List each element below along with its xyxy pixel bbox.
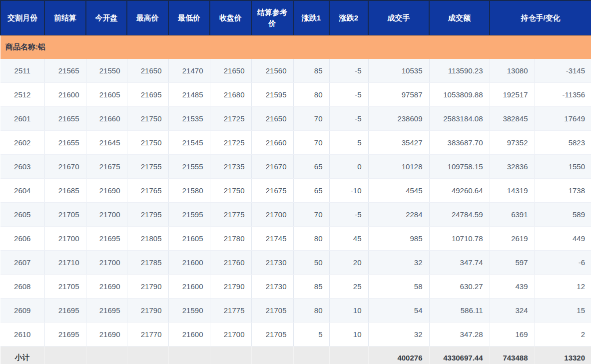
col-header-prev-settlement: 前结算 [44, 0, 86, 35]
cell-open-interest: 597 [490, 251, 535, 275]
cell-change1: 80 [293, 227, 329, 251]
cell-open-price: 21675 [86, 155, 127, 179]
cell-low-price: 21590 [168, 299, 210, 323]
cell-change1: 70 [293, 203, 329, 227]
cell-change1: 80 [293, 83, 329, 107]
cell-open-interest: 14319 [490, 179, 535, 203]
cell-low-price: 21545 [168, 131, 210, 155]
cell-close-price: 21725 [210, 107, 251, 131]
col-header-low-price: 最低价 [168, 0, 210, 35]
cell-prev-settlement: 21655 [44, 131, 86, 155]
cell-change2: 25 [329, 275, 368, 299]
cell-low-price: 21580 [168, 179, 210, 203]
cell-change2: -5 [329, 107, 368, 131]
cell-volume: 32 [368, 323, 429, 347]
cell-open-price: 21700 [86, 203, 127, 227]
cell-open-interest: 324 [490, 299, 535, 323]
cell-turnover: 1053809.88 [429, 83, 490, 107]
cell-oi-change: 12 [535, 275, 591, 299]
subtotal-label: 小计 [0, 347, 44, 364]
subtotal-empty-cell [293, 347, 329, 364]
cell-delivery-month: 2606 [0, 227, 44, 251]
cell-settlement-ref-price: 21700 [251, 203, 293, 227]
cell-turnover: 383687.70 [429, 131, 490, 155]
table-row: 251221600216052169521485216802159580-597… [0, 83, 591, 107]
cell-low-price: 21535 [168, 107, 210, 131]
cell-prev-settlement: 21600 [44, 83, 86, 107]
cell-close-price: 21780 [210, 227, 251, 251]
cell-high-price: 21750 [127, 107, 168, 131]
cell-open-price: 21700 [86, 251, 127, 275]
col-header-high-price: 最高价 [127, 0, 168, 35]
cell-low-price: 21470 [168, 59, 210, 83]
cell-prev-settlement: 21670 [44, 155, 86, 179]
product-group-row: 商品名称:铝 [0, 35, 591, 59]
cell-open-price: 21695 [86, 227, 127, 251]
cell-change2: -5 [329, 203, 368, 227]
subtotal-empty-cell [168, 347, 210, 364]
cell-prev-settlement: 21685 [44, 179, 86, 203]
col-header-turnover: 成交额 [429, 0, 490, 35]
cell-turnover: 347.28 [429, 323, 490, 347]
subtotal-empty-cell [86, 347, 127, 364]
cell-low-price: 21600 [168, 251, 210, 275]
subtotal-empty-cell [44, 347, 86, 364]
cell-delivery-month: 2603 [0, 155, 44, 179]
subtotal-empty-cell [329, 347, 368, 364]
cell-oi-change: 17649 [535, 107, 591, 131]
subtotal-open-interest: 743488 [490, 347, 535, 364]
cell-low-price: 21485 [168, 83, 210, 107]
cell-turnover: 10710.78 [429, 227, 490, 251]
subtotal-volume: 400276 [368, 347, 429, 364]
cell-settlement-ref-price: 21730 [251, 275, 293, 299]
cell-volume: 97587 [368, 83, 429, 107]
cell-delivery-month: 2607 [0, 251, 44, 275]
table-row: 251121565215502165021470216502156085-510… [0, 59, 591, 83]
cell-prev-settlement: 21705 [44, 275, 86, 299]
table-row: 2603216702167521755215552173521670650101… [0, 155, 591, 179]
cell-open-price: 21605 [86, 83, 127, 107]
subtotal-empty-cell [251, 347, 293, 364]
cell-oi-change: 589 [535, 203, 591, 227]
cell-open-interest: 32836 [490, 155, 535, 179]
table-row: 2608217052169021790216002179021730852558… [0, 275, 591, 299]
cell-change2: -10 [329, 179, 368, 203]
cell-turnover: 113590.23 [429, 59, 490, 83]
cell-change1: 70 [293, 131, 329, 155]
cell-prev-settlement: 21695 [44, 299, 86, 323]
cell-prev-settlement: 21695 [44, 323, 86, 347]
cell-turnover: 586.11 [429, 299, 490, 323]
cell-settlement-ref-price: 21560 [251, 59, 293, 83]
cell-volume: 10128 [368, 155, 429, 179]
cell-volume: 985 [368, 227, 429, 251]
cell-high-price: 21790 [127, 299, 168, 323]
cell-open-interest: 13080 [490, 59, 535, 83]
cell-change2: 0 [329, 155, 368, 179]
table-row: 260421685216902176521580217502167565-104… [0, 179, 591, 203]
cell-delivery-month: 2609 [0, 299, 44, 323]
cell-open-price: 21550 [86, 59, 127, 83]
cell-oi-change: 449 [535, 227, 591, 251]
cell-close-price: 21750 [210, 179, 251, 203]
cell-prev-settlement: 21565 [44, 59, 86, 83]
cell-change1: 80 [293, 299, 329, 323]
cell-prev-settlement: 21655 [44, 107, 86, 131]
cell-open-interest: 2619 [490, 227, 535, 251]
cell-change1: 70 [293, 107, 329, 131]
cell-change1: 5 [293, 323, 329, 347]
cell-delivery-month: 2512 [0, 83, 44, 107]
cell-low-price: 21600 [168, 275, 210, 299]
cell-open-interest: 6391 [490, 203, 535, 227]
cell-change2: 20 [329, 251, 368, 275]
subtotal-empty-cell [127, 347, 168, 364]
cell-settlement-ref-price: 21745 [251, 227, 293, 251]
cell-turnover: 109758.15 [429, 155, 490, 179]
cell-close-price: 21700 [210, 323, 251, 347]
cell-change1: 65 [293, 179, 329, 203]
cell-open-price: 21660 [86, 107, 127, 131]
cell-turnover: 49260.64 [429, 179, 490, 203]
cell-change2: 5 [329, 131, 368, 155]
cell-open-interest: 97352 [490, 131, 535, 155]
cell-change1: 50 [293, 251, 329, 275]
cell-turnover: 2583184.08 [429, 107, 490, 131]
